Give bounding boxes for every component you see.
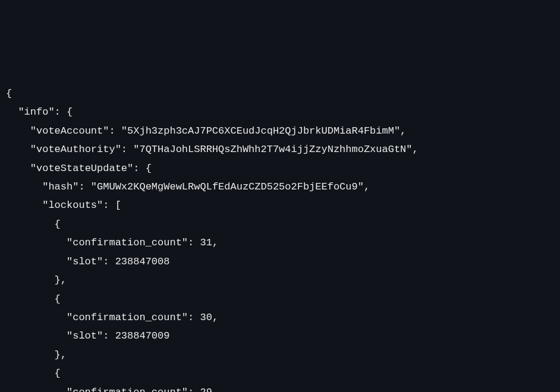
json-key-confirmation-count: confirmation_count (73, 237, 182, 248)
json-key-slot: slot (73, 330, 97, 342)
json-key-voteStateUpdate: voteStateUpdate (36, 163, 127, 174)
json-val-cc-0: 31 (200, 237, 212, 248)
json-val-slot-0: 238847008 (115, 256, 170, 267)
json-val-hash: GMUWx2KQeMgWewLRwQLfEdAuzCZD525o2FbjEEfo… (97, 181, 358, 192)
json-key-slot: slot (73, 256, 97, 267)
json-key-hash: hash (48, 181, 73, 192)
json-val-slot-1: 238847009 (115, 330, 170, 342)
json-key-confirmation-count: confirmation_count (73, 312, 182, 323)
code-block: { "info": { "voteAccount": "5Xjh3zph3cAJ… (6, 84, 554, 392)
json-val-voteAuthority: 7QTHaJohLSRRHQsZhWhh2T7w4ijjZzyNzhhmoZxu… (139, 144, 406, 155)
json-val-voteAccount: 5Xjh3zph3cAJ7PC6XCEudJcqH2QjJbrkUDMiaR4F… (127, 125, 394, 137)
json-val-cc-2: 29 (200, 387, 212, 392)
json-key-voteAccount: voteAccount (36, 125, 103, 137)
json-val-cc-1: 30 (200, 312, 212, 323)
json-key-confirmation-count: confirmation_count (73, 387, 182, 392)
json-key-voteAuthority: voteAuthority (36, 144, 115, 155)
json-key-lockouts: lockouts (48, 200, 97, 211)
json-key-info: info (24, 106, 49, 118)
